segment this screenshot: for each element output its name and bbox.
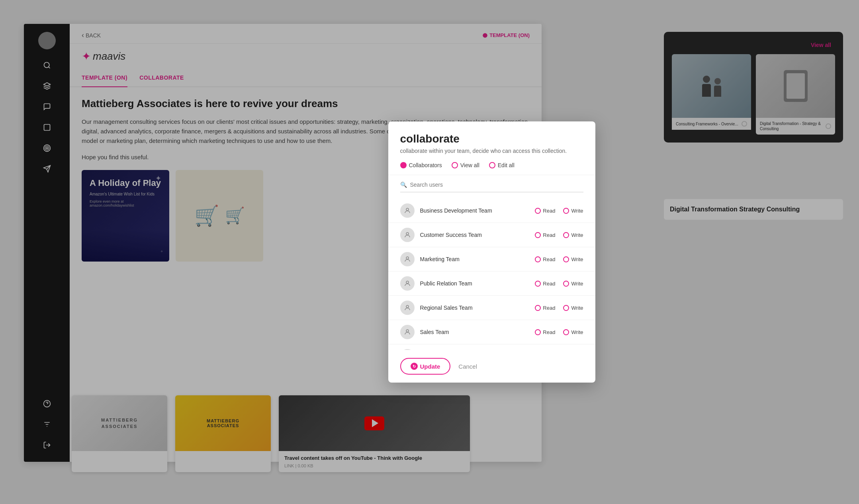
radio-edit-all (489, 162, 495, 168)
user-name-marketing: Marketing Team (420, 256, 535, 262)
read-option-regional[interactable]: Read (535, 305, 555, 311)
collaborate-modal: collaborate collaborate within your team… (388, 121, 595, 383)
users-list: Business Development Team Read Write (388, 199, 595, 350)
permission-options: Read Write (535, 281, 583, 287)
tab-view-all[interactable]: View all (452, 162, 479, 168)
search-input[interactable] (410, 182, 583, 188)
user-row: Public Relation Team Read Write (388, 272, 595, 296)
permission-options: Read Write (535, 329, 583, 335)
write-option-marketing[interactable]: Write (563, 256, 583, 262)
read-option-marketing[interactable]: Read (535, 256, 555, 262)
update-button[interactable]: ↻ Update (400, 358, 451, 375)
read-option-customer[interactable]: Read (535, 232, 555, 238)
user-avatar-marketing (400, 252, 415, 266)
user-avatar-business (400, 203, 415, 218)
write-option-business[interactable]: Write (563, 208, 583, 214)
permission-options: Read Write (535, 256, 583, 262)
user-name-business: Business Development Team (420, 207, 535, 214)
write-option-regional[interactable]: Write (563, 305, 583, 311)
user-avatar-regional (400, 301, 415, 315)
write-option-sales[interactable]: Write (563, 329, 583, 335)
modal-overlay: collaborate collaborate within your team… (0, 0, 859, 504)
svg-point-20 (406, 305, 409, 308)
search-bar: 🔍 (400, 182, 583, 192)
user-name-pr: Public Relation Team (420, 280, 535, 287)
user-row: Liam Smith Read Write (388, 344, 595, 350)
write-option-customer[interactable]: Write (563, 232, 583, 238)
svg-point-21 (406, 330, 409, 332)
modal-footer: ↻ Update Cancel (388, 350, 595, 383)
write-option-pr[interactable]: Write (563, 281, 583, 287)
tab-collaborators[interactable]: Collaborators (400, 162, 442, 168)
svg-point-17 (406, 232, 409, 235)
svg-point-18 (406, 257, 409, 259)
user-row: Regional Sales Team Read Write (388, 296, 595, 320)
modal-header: collaborate collaborate within your team… (388, 121, 595, 162)
svg-point-19 (406, 281, 409, 283)
user-row: Customer Success Team Read Write (388, 223, 595, 247)
write-radio-business (563, 208, 569, 214)
read-option-business[interactable]: Read (535, 208, 555, 214)
read-option-sales[interactable]: Read (535, 329, 555, 335)
user-name-sales: Sales Team (420, 329, 535, 335)
update-icon: ↻ (411, 363, 418, 370)
radio-collaborators (400, 162, 407, 168)
write-radio (563, 232, 569, 238)
read-option-pr[interactable]: Read (535, 281, 555, 287)
cancel-button[interactable]: Cancel (458, 363, 477, 370)
user-row: Marketing Team Read Write (388, 247, 595, 272)
tab-edit-all[interactable]: Edit all (489, 162, 515, 168)
read-radio-business (535, 208, 541, 214)
user-name-regional: Regional Sales Team (420, 305, 535, 311)
read-radio (535, 232, 541, 238)
user-row: Business Development Team Read Write (388, 199, 595, 223)
search-icon: 🔍 (400, 182, 407, 188)
modal-title: collaborate (400, 133, 583, 145)
permission-options: Read Write (535, 232, 583, 238)
user-avatar-sales (400, 325, 415, 339)
permission-options: Read Write (535, 208, 583, 214)
modal-tabs: Collaborators View all Edit all (388, 162, 595, 175)
user-avatar-customer (400, 228, 415, 242)
user-avatar-pr (400, 276, 415, 291)
user-row: Sales Team Read Write (388, 320, 595, 344)
user-name-customer: Customer Success Team (420, 232, 535, 238)
permission-options: Read Write (535, 305, 583, 311)
modal-subtitle: collaborate within your team, decide who… (400, 148, 583, 154)
radio-view-all (452, 162, 458, 168)
svg-point-16 (406, 208, 409, 211)
